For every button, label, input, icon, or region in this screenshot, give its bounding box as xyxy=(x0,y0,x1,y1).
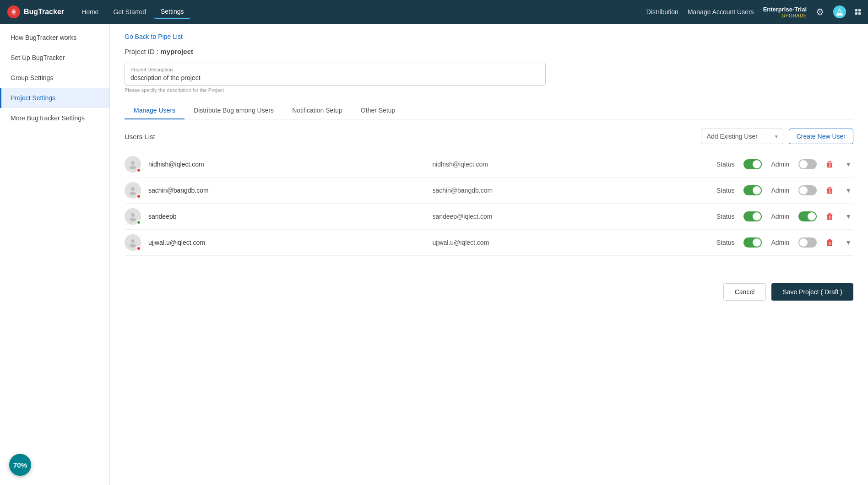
distribution-link[interactable]: Distribution xyxy=(646,8,678,16)
table-row: sachin@bangdb.com sachin@bangdb.com Stat… xyxy=(125,178,853,204)
tab-manage-users[interactable]: Manage Users xyxy=(125,102,184,119)
table-row: sandeepb sandeep@iqlect.com Status Admin… xyxy=(125,204,853,230)
nav-home[interactable]: Home xyxy=(75,5,105,18)
user-name: ujjwal.u@iqlect.com xyxy=(148,239,425,246)
status-dot xyxy=(136,220,141,225)
users-header: Users List Add Existing User Create New … xyxy=(125,129,853,144)
enterprise-trial: Enterprise-Trial UPGRADE xyxy=(763,6,807,18)
avatar xyxy=(125,182,141,199)
save-button[interactable]: Save Project ( Draft ) xyxy=(771,283,853,301)
sidebar-item-how-it-works[interactable]: How BugTracker works xyxy=(0,27,109,48)
status-toggle[interactable] xyxy=(743,159,762,169)
role-toggle[interactable] xyxy=(798,237,817,248)
avatar xyxy=(125,156,141,172)
status-dot xyxy=(136,246,141,251)
avatar xyxy=(125,234,141,251)
nav-links: Home Get Started Settings xyxy=(75,5,190,19)
user-email: sachin@bangdb.com xyxy=(432,187,709,194)
brand[interactable]: BugTracker xyxy=(7,5,64,18)
svg-point-5 xyxy=(131,161,135,165)
users-list: nidhish@iqlect.com nidhish@iqlect.com St… xyxy=(125,151,853,256)
role-label: Admin xyxy=(771,239,789,246)
status-label: Status xyxy=(716,161,735,168)
user-name: sandeepb xyxy=(148,213,425,220)
delete-button[interactable]: 🗑 xyxy=(824,158,836,171)
add-existing-select[interactable]: Add Existing User xyxy=(701,129,783,144)
user-email: nidhish@iqlect.com xyxy=(432,161,709,168)
role-toggle[interactable] xyxy=(798,185,817,195)
svg-point-10 xyxy=(130,218,136,221)
table-row: nidhish@iqlect.com nidhish@iqlect.com St… xyxy=(125,151,853,178)
delete-button[interactable]: 🗑 xyxy=(824,184,836,197)
status-toggle[interactable] xyxy=(743,237,762,248)
role-toggle[interactable] xyxy=(798,159,817,169)
status-dot xyxy=(136,194,141,199)
svg-point-2 xyxy=(12,11,15,13)
svg-point-8 xyxy=(130,192,136,195)
role-label: Admin xyxy=(771,161,789,168)
sidebar-item-more-settings[interactable]: More BugTracker Settings xyxy=(0,108,109,128)
sidebar-item-project-settings[interactable]: Project Settings xyxy=(0,88,109,108)
apps-icon[interactable] xyxy=(855,9,861,15)
role-label: Admin xyxy=(771,213,789,220)
project-id-label: Project ID : xyxy=(125,48,158,55)
users-header-right: Add Existing User Create New User xyxy=(701,129,853,144)
delete-button[interactable]: 🗑 xyxy=(824,210,836,223)
cancel-button[interactable]: Cancel xyxy=(723,283,766,301)
status-toggle[interactable] xyxy=(743,211,762,221)
user-email: sandeep@iqlect.com xyxy=(432,213,709,220)
add-existing-wrapper: Add Existing User xyxy=(701,129,783,144)
tab-distribute-bug[interactable]: Distribute Bug among Users xyxy=(184,102,283,119)
topnav-right: Distribution Manage Account Users Enterp… xyxy=(646,5,861,18)
svg-point-12 xyxy=(130,244,136,248)
nav-get-started[interactable]: Get Started xyxy=(107,5,152,18)
progress-bubble[interactable]: 70% xyxy=(9,454,31,476)
brand-name: BugTracker xyxy=(24,8,64,16)
status-toggle[interactable] xyxy=(743,185,762,195)
user-email: ujjwal.u@iqlect.com xyxy=(432,239,709,246)
layout: How BugTracker works Set Up BugTracker G… xyxy=(0,24,868,485)
svg-point-6 xyxy=(130,166,136,169)
upgrade-link[interactable]: UPGRADE xyxy=(782,13,807,18)
brand-icon xyxy=(7,5,20,18)
expand-button[interactable]: ▼ xyxy=(843,237,853,248)
tab-other-setup[interactable]: Other Setup xyxy=(352,102,405,119)
gear-icon[interactable]: ⚙ xyxy=(816,6,824,17)
tabs: Manage Users Distribute Bug among Users … xyxy=(125,102,853,119)
nav-settings[interactable]: Settings xyxy=(154,5,190,19)
svg-point-9 xyxy=(131,213,135,217)
sidebar-item-setup[interactable]: Set Up BugTracker xyxy=(0,48,109,68)
bottom-actions: Cancel Save Project ( Draft ) xyxy=(125,274,853,301)
svg-point-11 xyxy=(131,239,135,243)
sidebar: How BugTracker works Set Up BugTracker G… xyxy=(0,24,110,485)
project-id-row: Project ID : myproject xyxy=(125,48,853,55)
back-link[interactable]: Go Back to Pipe List xyxy=(125,33,183,40)
expand-button[interactable]: ▼ xyxy=(843,159,853,170)
status-dot xyxy=(136,168,141,172)
project-id-value: myproject xyxy=(160,48,193,55)
sidebar-item-group-settings[interactable]: Group Settings xyxy=(0,68,109,88)
svg-point-7 xyxy=(131,187,135,191)
role-label: Admin xyxy=(771,187,789,194)
description-hint: Please specify the description for the P… xyxy=(125,87,853,93)
users-list-label: Users List xyxy=(125,133,155,140)
delete-button[interactable]: 🗑 xyxy=(824,236,836,249)
expand-button[interactable]: ▼ xyxy=(843,211,853,222)
status-label: Status xyxy=(716,187,735,194)
user-name: nidhish@iqlect.com xyxy=(148,161,425,168)
create-new-user-button[interactable]: Create New User xyxy=(789,129,853,144)
status-label: Status xyxy=(716,239,735,246)
expand-button[interactable]: ▼ xyxy=(843,185,853,196)
avatar xyxy=(125,208,141,225)
description-field-value[interactable]: description of the project xyxy=(130,74,540,81)
enterprise-label: Enterprise-Trial xyxy=(763,6,807,13)
tab-notification-setup[interactable]: Notification Setup xyxy=(283,102,352,119)
topnav: BugTracker Home Get Started Settings Dis… xyxy=(0,0,868,24)
user-name: sachin@bangdb.com xyxy=(148,187,425,194)
role-toggle[interactable] xyxy=(798,211,817,221)
main-content: Go Back to Pipe List Project ID : myproj… xyxy=(110,24,868,485)
description-field-group: Project Description description of the p… xyxy=(125,63,546,86)
avatar-icon[interactable] xyxy=(833,5,846,18)
manage-account-link[interactable]: Manage Account Users xyxy=(688,8,754,16)
status-label: Status xyxy=(716,213,735,220)
